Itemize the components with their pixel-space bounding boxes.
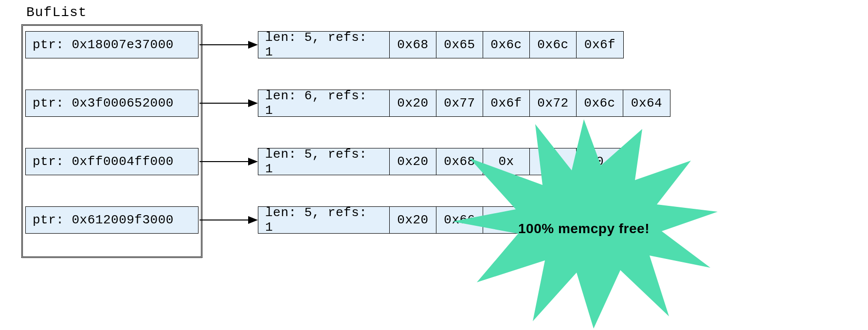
byte-cell: 0x6f	[577, 32, 623, 58]
byte-cell: 0x6f	[483, 90, 530, 116]
buffer-header-3: len: 5, refs: 1	[258, 207, 390, 233]
byte-cell: 0	[530, 148, 577, 175]
byte-cell	[530, 207, 577, 233]
byte-cell: 0x	[483, 207, 530, 233]
byte-cell: 0x77	[436, 90, 483, 116]
ptr-cell-0: ptr: 0x18007e37000	[25, 31, 199, 58]
ptr-cell-1: ptr: 0x3f000652000	[25, 90, 199, 117]
byte-cell: 0x20	[390, 148, 436, 175]
buffer-header-0: len: 5, refs: 1	[258, 32, 390, 58]
diagram-canvas: BufList ptr: 0x18007e37000 len: 5, refs:…	[0, 0, 868, 330]
byte-cell: 0x72	[530, 90, 577, 116]
ptr-cell-3: ptr: 0x612009f3000	[25, 206, 199, 234]
byte-cell: 0x6c	[530, 32, 577, 58]
byte-cell: 0x68	[436, 148, 483, 175]
ptr-cell-2: ptr: 0xff0004ff000	[25, 148, 199, 175]
byte-cell: 0x6c	[577, 90, 623, 116]
buffer-row-0: len: 5, refs: 1 0x68 0x65 0x6c 0x6c 0x6f	[258, 31, 624, 58]
buflist-title: BufList	[26, 5, 87, 20]
buffer-header-2: len: 5, refs: 1	[258, 148, 390, 175]
byte-cell: 0x	[483, 148, 530, 175]
byte-cell: 0x20	[390, 90, 436, 116]
byte-cell: 0x20	[390, 207, 436, 233]
byte-cell: 0x68	[390, 32, 436, 58]
byte-cell: 0x66	[436, 207, 483, 233]
byte-cell: 0x6c	[483, 32, 530, 58]
buffer-row-3: len: 5, refs: 1 0x20 0x66 0x	[258, 206, 624, 234]
byte-cell	[577, 207, 623, 233]
buffer-header-1: len: 6, refs: 1	[258, 90, 390, 116]
byte-cell: 0	[577, 148, 623, 175]
byte-cell: 0x64	[623, 90, 670, 116]
byte-cell: 0x65	[436, 32, 483, 58]
buffer-row-1: len: 6, refs: 1 0x20 0x77 0x6f 0x72 0x6c…	[258, 90, 670, 117]
buffer-row-2: len: 5, refs: 1 0x20 0x68 0x 0 0	[258, 148, 624, 175]
